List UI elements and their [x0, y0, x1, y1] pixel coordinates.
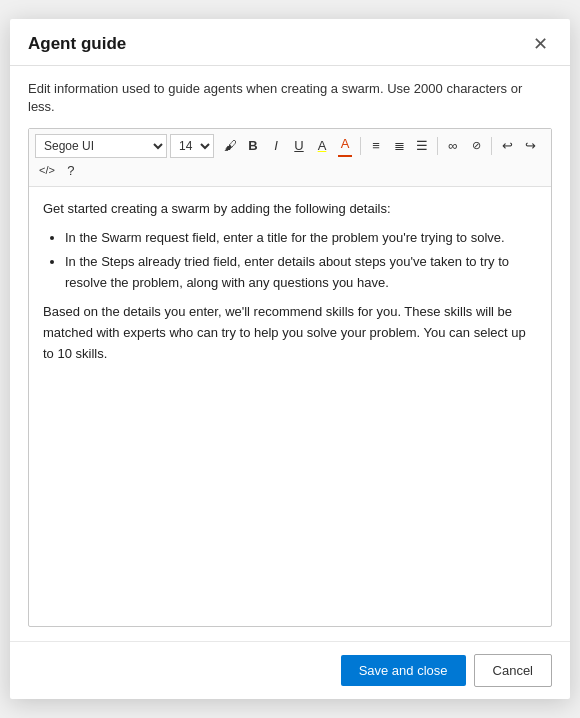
bullets-button[interactable]: ≡ — [365, 135, 387, 157]
font-color-button[interactable]: A — [334, 133, 356, 158]
dialog-footer: Save and close Cancel — [10, 641, 570, 699]
insert-link-button[interactable]: ∞ — [442, 135, 464, 157]
content-intro: Get started creating a swarm by adding t… — [43, 199, 537, 220]
editor-toolbar: Segoe UI Arial Calibri Times New Roman 8… — [29, 129, 551, 186]
content-bullets: In the Swarm request field, enter a titl… — [43, 228, 537, 294]
separator-2 — [437, 137, 438, 155]
dialog-title: Agent guide — [28, 34, 126, 54]
underline-button[interactable]: U — [288, 135, 310, 157]
remove-link-button[interactable]: ⊘ — [465, 136, 487, 155]
save-and-close-button[interactable]: Save and close — [341, 655, 466, 686]
dialog-header: Agent guide ✕ — [10, 19, 570, 66]
highlight-button[interactable]: A — [311, 135, 333, 157]
cancel-button[interactable]: Cancel — [474, 654, 552, 687]
rich-text-editor: Segoe UI Arial Calibri Times New Roman 8… — [28, 128, 552, 627]
font-size-select[interactable]: 8910 111214 161820 242836 4872 — [170, 134, 214, 158]
separator-1 — [360, 137, 361, 155]
bullet-item-1: In the Swarm request field, enter a titl… — [65, 228, 537, 249]
separator-3 — [491, 137, 492, 155]
content-para2: Based on the details you enter, we'll re… — [43, 302, 537, 364]
format-paint-button[interactable]: 🖌 — [219, 135, 241, 157]
agent-guide-dialog: Agent guide ✕ Edit information used to g… — [10, 19, 570, 699]
numbering-button[interactable]: ≣ — [388, 135, 410, 157]
editor-content-area[interactable]: Get started creating a swarm by adding t… — [29, 187, 551, 626]
dialog-description: Edit information used to guide agents wh… — [28, 80, 552, 116]
align-button[interactable]: ☰ — [411, 135, 433, 157]
font-family-select[interactable]: Segoe UI Arial Calibri Times New Roman — [35, 134, 167, 158]
edit-source-button[interactable]: </> — [35, 161, 59, 180]
help-button[interactable]: ? — [60, 160, 82, 182]
undo-button[interactable]: ↩ — [496, 135, 518, 157]
italic-button[interactable]: I — [265, 135, 287, 157]
dialog-body: Edit information used to guide agents wh… — [10, 66, 570, 641]
bold-button[interactable]: B — [242, 135, 264, 157]
redo-button[interactable]: ↪ — [519, 135, 541, 157]
bullet-item-2: In the Steps already tried field, enter … — [65, 252, 537, 294]
close-button[interactable]: ✕ — [529, 33, 552, 55]
